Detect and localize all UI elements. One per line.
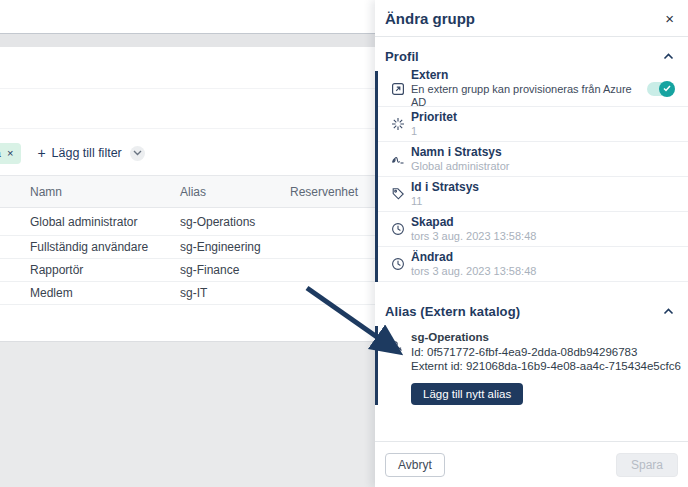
plus-icon: + [37,145,45,161]
extern-toggle[interactable] [647,82,674,96]
field-value: Global administrator [411,160,509,173]
collapse-alias-button[interactable] [663,308,674,315]
table-row[interactable]: Medlem sg-IT [0,282,375,305]
panel-title: Ändra grupp [385,10,665,27]
table-header-row: Namn Alias Reservenhet [0,175,375,208]
field-label: Ändrad [411,250,536,264]
cell-alias: sg-Finance [180,263,239,277]
chevron-down-icon [133,150,142,156]
table-row[interactable]: Rapportör sg-Finance [0,259,375,282]
save-button[interactable]: Spara [616,453,678,477]
field-label: Prioritet [411,110,457,124]
alias-name: sg-Operations [411,330,681,345]
section-header-alias: Alias (Extern katalog) [375,282,688,326]
field-value: tors 3 aug. 2023 13:58:48 [411,265,536,278]
chevron-up-icon [663,53,674,60]
clock-icon [384,222,411,236]
cell-alias: sg-IT [180,286,207,300]
cell-alias: sg-Engineering [180,240,261,254]
priority-icon [384,117,411,131]
field-value: 11 [411,195,479,208]
cancel-button[interactable]: Avbryt [385,453,445,477]
field-label: Extern [411,68,647,82]
table-row[interactable]: Global administrator sg-Operations [0,208,375,236]
add-filter-label: Lägg till filter [52,146,122,160]
add-alias-button[interactable]: Lägg till nytt alias [411,383,523,405]
cell-namn: Medlem [30,286,73,300]
divider [0,88,375,89]
collapse-profil-button[interactable] [663,53,674,60]
cell-alias: sg-Operations [180,215,255,229]
field-label: Skapad [411,215,536,229]
table-row[interactable]: Fullständig användare sg-Engineering [0,236,375,259]
signature-icon [384,152,411,166]
field-label: Id i Stratsys [411,180,479,194]
toggle-knob [659,81,675,97]
chip-close-icon[interactable]: × [7,147,13,159]
field-row-namn-i-stratsys: Namn i Stratsys Global administrator [378,142,688,177]
field-value: tors 3 aug. 2023 13:58:48 [411,230,536,243]
section-header-profil: Profil [375,37,688,71]
field-row-skapad: Skapad tors 3 aug. 2023 13:58:48 [378,212,688,247]
field-value: 1 [411,125,457,138]
chevron-up-icon [663,308,674,315]
panel-header: Ändra grupp × [375,0,688,37]
alias-entry: sg-Operations Id: 0f571772-6fbf-4ea9-2dd… [384,330,688,374]
edit-group-panel: Ändra grupp × Profil Extern En extern gr… [375,0,688,487]
column-header-namn[interactable]: Namn [30,185,62,199]
clock-icon [384,257,411,271]
alias-external-id: Externt id: 921068da-16b9-4e08-aa4c-7154… [411,359,681,374]
page-background [0,341,375,487]
tag-icon [384,187,411,201]
section-title: Profil [385,49,419,64]
alias-id: Id: 0f571772-6fbf-4ea9-2dda-08db94296783 [411,345,681,360]
field-row-id-i-stratsys: Id i Stratsys 11 [378,177,688,212]
collapsed-header-band [0,33,375,47]
cell-namn: Fullständig användare [30,240,148,254]
profil-fields: Extern En extern grupp kan provisioneras… [375,71,688,282]
groups-table: Namn Alias Reservenhet Global administra… [0,175,375,305]
add-filter-button[interactable]: + Lägg till filter [37,145,144,161]
key-icon [384,330,411,374]
section-title: Alias (Extern katalog) [385,304,520,319]
field-row-extern: Extern En extern grupp kan provisioneras… [378,71,688,107]
field-description: En extern grupp kan provisioneras från A… [411,83,647,109]
column-header-alias[interactable]: Alias [180,185,206,199]
check-icon [663,85,671,92]
field-label: Namn i Stratsys [411,145,509,159]
column-header-reservenhet[interactable]: Reservenhet [290,185,358,199]
filter-bar: la × + Lägg till filter [0,142,375,164]
field-row-andrad: Ändrad tors 3 aug. 2023 13:58:48 [378,247,688,282]
alias-section-body: sg-Operations Id: 0f571772-6fbf-4ea9-2dd… [375,326,688,405]
external-link-icon [384,82,411,96]
filter-chip[interactable]: la × [0,143,21,164]
divider [0,128,375,129]
filter-chip-label: la [0,147,1,159]
cell-namn: Global administrator [30,215,137,229]
panel-footer: Avbryt Spara [375,441,688,487]
filter-chevron-button[interactable] [130,146,145,161]
cell-namn: Rapportör [30,263,83,277]
close-icon[interactable]: × [665,11,674,26]
field-row-prioritet: Prioritet 1 [378,107,688,142]
